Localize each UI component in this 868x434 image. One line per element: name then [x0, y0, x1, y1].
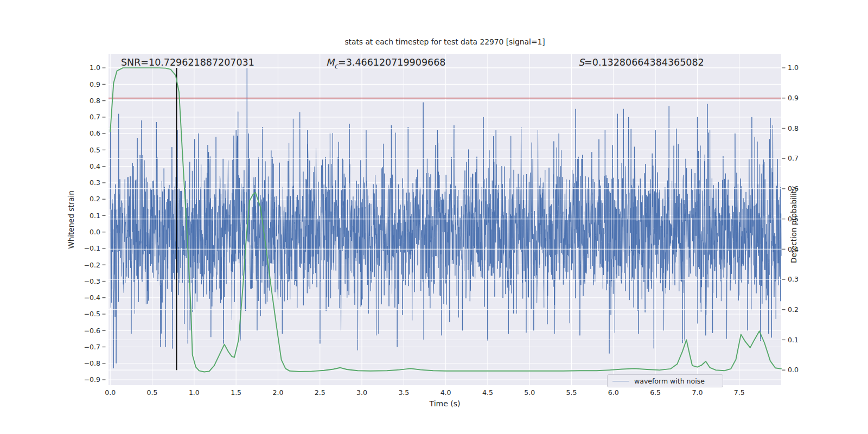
x-tick-label: 5.0	[524, 388, 535, 397]
x-tick-label: 7.5	[734, 388, 745, 397]
x-tick-label: 4.5	[482, 388, 493, 397]
y-left-tick-label: −0.6	[84, 327, 100, 335]
chirp-mass-symbol: M	[326, 57, 334, 68]
y-left-tick-label: 0.4	[90, 162, 100, 170]
x-tick-label: 6.5	[650, 388, 661, 397]
s-stat-annotation: S=0.13280664384365082	[578, 57, 704, 68]
chirp-mass-subscript: c	[334, 62, 338, 70]
x-tick-label: 3.0	[356, 388, 367, 397]
y-axis-left-label: Whitened strain	[67, 190, 75, 248]
y-left-tick-label: 0.9	[90, 80, 100, 88]
figure: 0.00.51.01.52.02.53.03.54.04.55.05.56.06…	[0, 0, 868, 434]
chart-title: stats at each timestep for test data 229…	[344, 37, 545, 46]
chirp-mass-annotation: Mc=3.466120719909668	[326, 57, 445, 70]
x-axis-label: Time (s)	[430, 399, 461, 408]
y-left-tick-label: 1.0	[90, 63, 100, 72]
y-right-tick-label: 0.2	[788, 305, 799, 314]
y-left-tick-label: 0.0	[90, 228, 100, 236]
y-right-tick-label: 0.9	[788, 94, 799, 102]
y-left-tick-label: −0.1	[84, 244, 100, 252]
y-right-tick-label: 0.8	[788, 124, 799, 132]
y-left-tick-label: −0.3	[84, 277, 100, 285]
y-left-tick-label: 0.2	[90, 195, 100, 203]
y-left-tick-label: 0.1	[90, 212, 100, 220]
y-axis-right-label: Detection probability	[789, 186, 798, 263]
x-tick-label: 5.5	[566, 388, 577, 397]
y-left-tick-label: 0.6	[90, 129, 100, 137]
y-left-tick-label: 0.7	[90, 113, 100, 121]
y-left-tick-label: −0.7	[84, 343, 100, 351]
y-left-tick-label: −0.8	[84, 359, 100, 367]
y-left-tick-label: −0.4	[84, 293, 100, 302]
y-right-tick-label: 0.7	[788, 154, 799, 162]
legend-line-sample	[612, 381, 629, 381]
snr-annotation: SNR=10.729621887207031	[121, 57, 254, 68]
y-left-tick-label: 0.5	[90, 146, 100, 154]
y-left-tick-label: −0.9	[84, 375, 100, 384]
legend: waveform with noise	[607, 374, 723, 387]
y-left-tick-label: 0.3	[90, 178, 100, 187]
s-stat-symbol: S	[578, 57, 584, 68]
y-right-tick-label: 0.3	[788, 275, 799, 283]
y-right-tick-label: 0.0	[788, 366, 799, 374]
x-tick-label: 6.0	[608, 388, 619, 397]
y-right-tick-label: 1.0	[788, 63, 799, 72]
x-tick-label: 1.5	[231, 388, 241, 397]
x-tick-label: 4.0	[441, 388, 451, 397]
x-tick-label: 0.0	[105, 388, 116, 397]
x-tick-label: 1.0	[189, 388, 200, 397]
x-tick-label: 2.0	[272, 388, 283, 397]
x-tick-label: 3.5	[398, 388, 409, 397]
x-tick-label: 2.5	[315, 388, 326, 397]
y-right-tick-label: 0.1	[788, 336, 799, 344]
legend-label: waveform with noise	[634, 377, 705, 385]
y-left-tick-label: −0.5	[84, 310, 100, 318]
y-left-tick-label: 0.8	[90, 97, 100, 105]
y-left-tick-label: −0.2	[84, 261, 100, 269]
x-tick-label: 0.5	[147, 388, 158, 397]
s-stat-value: =0.13280664384365082	[584, 57, 704, 68]
chirp-mass-value: =3.466120719909668	[338, 57, 445, 68]
x-tick-label: 7.0	[692, 388, 703, 397]
